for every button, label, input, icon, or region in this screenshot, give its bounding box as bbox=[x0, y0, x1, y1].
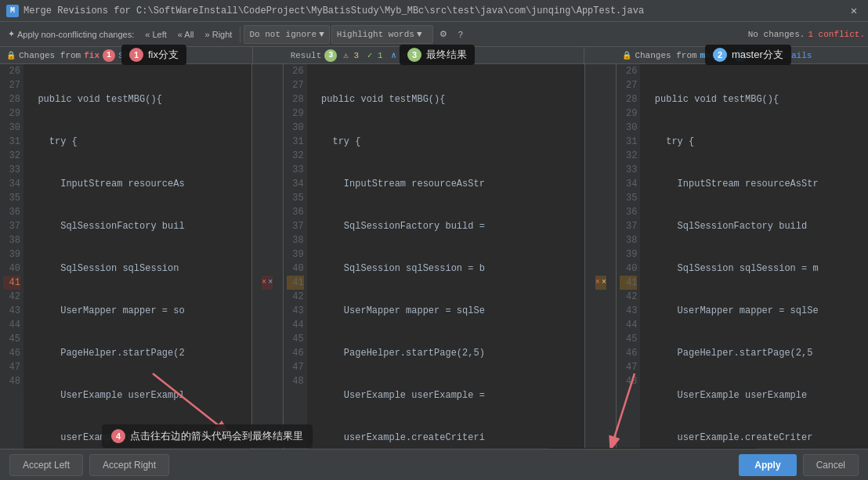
no-changes-label: No changes. bbox=[748, 30, 805, 39]
title-bar: M Merge Revisions for C:\SoftWareInstall… bbox=[0, 0, 868, 22]
left-code-lines: public void testMBG(){ try { InputStream… bbox=[24, 64, 251, 449]
left-badge: 1 bbox=[103, 49, 115, 62]
right-branch-label: master bbox=[700, 51, 732, 60]
bottom-right: Apply Cancel bbox=[739, 454, 859, 476]
bottom-left: Accept Left Accept Right bbox=[9, 454, 169, 476]
right-code-lines: public void testMBG(){ try { InputStream… bbox=[640, 64, 868, 449]
left-show-details[interactable]: Show Details bbox=[118, 51, 180, 60]
center-badge: 3 bbox=[324, 49, 337, 62]
apply-button[interactable]: Apply bbox=[739, 454, 796, 476]
left-accept-btn[interactable]: × bbox=[268, 276, 273, 290]
all-btn[interactable]: « All bbox=[173, 25, 199, 44]
toolbar: ✦ Apply non-conflicting changes: « Left … bbox=[0, 22, 868, 47]
close-button[interactable]: ✕ bbox=[846, 3, 862, 19]
right-badge: 2 bbox=[734, 49, 747, 62]
conflict-badge: 1 conflict. bbox=[808, 30, 865, 39]
warning-area: ⚠ 3 ✓ 1 ∧ ∨ bbox=[343, 50, 407, 60]
right-lock-icon: 🔒 bbox=[622, 51, 631, 60]
center-code-lines: public void testMBG(){ try { InputStream… bbox=[307, 64, 585, 449]
ignore-dropdown[interactable]: Do not ignore ▼ bbox=[244, 25, 329, 44]
center-line-numbers: 2627282930 3132333435 3637383940 41 4243… bbox=[284, 64, 307, 449]
left-center-gutter: × × bbox=[252, 64, 284, 449]
right-reject-btn[interactable]: × bbox=[595, 276, 600, 290]
separator-1 bbox=[240, 27, 241, 42]
editor-area: 2627282930 3132333435 3637383940 41 4243… bbox=[0, 64, 868, 449]
center-panel: 2627282930 3132333435 3637383940 41 4243… bbox=[284, 64, 586, 449]
right-line-numbers: 2627282930 3132333435 3637383940 41 4243… bbox=[617, 64, 640, 449]
left-panel-label: 🔒 Changes from fix 1 Show Details bbox=[0, 47, 253, 63]
panel-labels: 🔒 Changes from fix 1 Show Details Result… bbox=[0, 47, 868, 64]
left-panel: 2627282930 3132333435 3637383940 41 4243… bbox=[0, 64, 252, 449]
help-btn[interactable]: ? bbox=[454, 25, 468, 44]
right-show-details[interactable]: Show Details bbox=[750, 51, 812, 60]
apply-non-conflicting-btn[interactable]: ✦ Apply non-conflicting changes: bbox=[3, 25, 139, 44]
right-code-container[interactable]: 2627282930 3132333435 3637383940 41 4243… bbox=[617, 64, 868, 449]
bottom-bar: Accept Left Accept Right Apply Cancel bbox=[0, 449, 868, 480]
right-panel: 2627282930 3132333435 3637383940 41 4243… bbox=[617, 64, 868, 449]
right-center-gutter: × × bbox=[585, 64, 617, 449]
left-reject-btn[interactable]: × bbox=[262, 276, 266, 290]
window-title: Merge Revisions for C:\SoftWareInstall\C… bbox=[24, 5, 846, 16]
magic-icon: ✦ bbox=[8, 29, 15, 39]
left-arrow-btn[interactable]: « Left bbox=[140, 25, 172, 44]
left-branch-label: fix bbox=[84, 51, 99, 60]
left-lock-icon: 🔒 bbox=[6, 51, 16, 60]
center-code-container[interactable]: 2627282930 3132333435 3637383940 41 4243… bbox=[284, 64, 585, 449]
accept-left-button[interactable]: Accept Left bbox=[9, 454, 83, 476]
left-line-numbers: 2627282930 3132333435 3637383940 41 4243… bbox=[0, 64, 24, 449]
left-code-container[interactable]: 2627282930 3132333435 3637383940 41 4243… bbox=[0, 64, 251, 449]
result-label: Result bbox=[291, 51, 322, 60]
next-conflict-btn[interactable]: ∨ bbox=[401, 51, 407, 60]
right-arrow-btn[interactable]: » Right bbox=[201, 25, 237, 44]
accept-right-button[interactable]: Accept Right bbox=[89, 454, 169, 476]
right-accept-btn[interactable]: × bbox=[602, 276, 606, 290]
prev-conflict-btn[interactable]: ∧ bbox=[391, 51, 396, 60]
cancel-button[interactable]: Cancel bbox=[803, 454, 859, 476]
settings-icon-btn[interactable]: ⚙ bbox=[435, 25, 452, 44]
right-panel-label: 🔒 Changes from master 2 Show Details bbox=[616, 47, 868, 63]
highlight-dropdown[interactable]: Highlight words ▼ bbox=[331, 25, 433, 44]
app-icon: M bbox=[6, 5, 19, 17]
toolbar-right: No changes. 1 conflict. bbox=[748, 30, 865, 39]
center-panel-label: Result 3 ⚠ 3 ✓ 1 ∧ ∨ bbox=[284, 47, 585, 63]
